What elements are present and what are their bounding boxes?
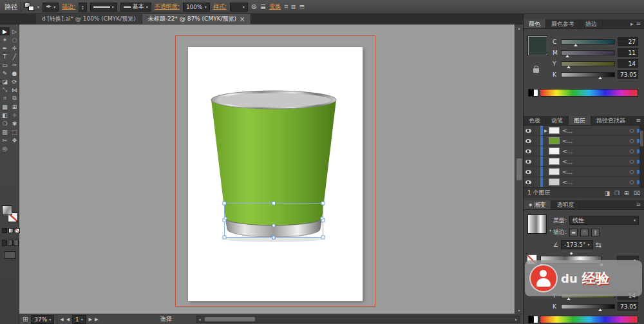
lock-toggle[interactable] bbox=[533, 136, 540, 146]
brush-definition-select[interactable]: 基本▾ bbox=[120, 3, 151, 12]
fill-color-swatch[interactable] bbox=[2, 205, 12, 215]
stroke-gradient-across-button[interactable]: ∥ bbox=[591, 229, 600, 236]
artboard-tool[interactable]: ⬚ bbox=[10, 128, 19, 136]
gradient-midpoint-icon[interactable]: ◆ bbox=[570, 251, 573, 255]
slider-thumb[interactable] bbox=[598, 309, 602, 311]
column-graph-tool[interactable]: ▥ bbox=[0, 128, 10, 136]
layer-thumbnail[interactable] bbox=[549, 178, 560, 186]
type-tool[interactable]: T bbox=[0, 52, 10, 61]
mesh-tool[interactable]: ⊞ bbox=[10, 102, 19, 111]
eyedropper-tool[interactable]: ✧ bbox=[10, 111, 19, 119]
slider-thumb[interactable] bbox=[574, 44, 578, 46]
color-spectrum-bar[interactable] bbox=[540, 316, 638, 323]
stroke-gradient-within-button[interactable]: ▬ bbox=[569, 229, 578, 236]
direct-selection-tool[interactable]: ▷ bbox=[10, 27, 19, 35]
panel-menu-icon[interactable]: ≡ bbox=[636, 117, 641, 124]
layer-row[interactable]: ▶ <... ○ bbox=[524, 126, 644, 136]
channel-value-input[interactable]: 73.05 bbox=[618, 302, 638, 310]
channel-value-input[interactable]: 14 bbox=[618, 59, 638, 68]
panel-menu-icon[interactable]: ≡ bbox=[636, 202, 641, 208]
delete-layer-icon[interactable]: ⌧ bbox=[634, 190, 640, 196]
lock-icon[interactable] bbox=[533, 68, 539, 73]
color-spectrum-bar[interactable] bbox=[540, 89, 638, 97]
draw-normal-button[interactable] bbox=[2, 240, 7, 246]
lock-toggle[interactable] bbox=[533, 146, 540, 156]
magic-wand-tool[interactable]: ✶ bbox=[0, 35, 10, 44]
layer-row[interactable]: <... ○ bbox=[524, 167, 644, 177]
horizontal-scroll-thumb[interactable] bbox=[205, 317, 255, 321]
target-icon[interactable]: ○ bbox=[628, 158, 636, 164]
layer-row[interactable]: <... ○ bbox=[524, 157, 644, 167]
vertical-scrollbar[interactable]: ▴ ▾ bbox=[515, 24, 523, 314]
style-select[interactable]: ▾ bbox=[230, 3, 248, 12]
rotate-tool[interactable]: ⟳ bbox=[10, 77, 19, 86]
first-artboard-icon[interactable]: ◀ bbox=[60, 317, 63, 322]
grid-icon[interactable]: ⊞ bbox=[23, 315, 28, 323]
zoom-select[interactable]: 37%▾ bbox=[31, 315, 54, 324]
target-icon[interactable]: ○ bbox=[628, 138, 636, 144]
layer-thumbnail[interactable] bbox=[549, 158, 560, 165]
selection-tool[interactable]: ▶ bbox=[0, 27, 10, 35]
canvas[interactable]: ▴ ▾ ⊞ 37%▾ ◀ ◀ 1▾ ▶ ▶ 选择 ◂ ▸ bbox=[19, 24, 523, 324]
layer-thumbnail[interactable] bbox=[549, 148, 560, 155]
artboard[interactable] bbox=[188, 47, 363, 301]
slice-tool[interactable]: ✂ bbox=[0, 136, 10, 144]
blend-tool[interactable]: ❍ bbox=[0, 119, 10, 128]
bucket-artwork[interactable] bbox=[188, 47, 363, 301]
scroll-right-icon[interactable]: ▸ bbox=[515, 317, 517, 321]
black-swatch[interactable] bbox=[528, 89, 533, 97]
gradient-type-select[interactable]: 线性▾ bbox=[569, 216, 639, 225]
spinner-icon[interactable]: ▴▾ bbox=[82, 5, 84, 10]
chevron-down-icon[interactable]: ▾ bbox=[549, 229, 551, 233]
color-slider[interactable] bbox=[561, 304, 615, 309]
make-clipping-mask-icon[interactable]: ◨ bbox=[604, 190, 610, 196]
horizontal-scrollbar[interactable]: ◂ ▸ bbox=[196, 316, 520, 323]
visibility-toggle[interactable] bbox=[524, 126, 533, 135]
layer-thumbnail[interactable] bbox=[549, 127, 560, 134]
symbols-icon[interactable]: ⧈ bbox=[291, 3, 296, 11]
style-link[interactable]: 样式: bbox=[213, 3, 227, 11]
layer-row[interactable]: <... ○ bbox=[524, 177, 644, 187]
artboard-number-select[interactable]: 1▾ bbox=[72, 315, 86, 324]
gradient-angle-input[interactable]: -173.5°▾ bbox=[561, 240, 593, 249]
gradient-tool[interactable]: ◧ bbox=[0, 111, 10, 119]
layer-row[interactable]: <... ○ bbox=[524, 136, 644, 146]
scale-tool[interactable]: ⤡ bbox=[0, 86, 10, 94]
layer-thumbnail[interactable] bbox=[549, 137, 560, 144]
color-slider[interactable] bbox=[561, 50, 615, 55]
draw-behind-button[interactable] bbox=[8, 240, 13, 246]
tab-gradient[interactable]: ◆渐变 bbox=[524, 200, 551, 209]
scroll-down-icon[interactable]: ▾ bbox=[518, 308, 520, 312]
panel-menu-icon[interactable]: ≡ bbox=[299, 3, 305, 11]
lock-toggle[interactable] bbox=[533, 167, 540, 176]
layers-scrollbar[interactable] bbox=[639, 126, 644, 187]
screen-mode-button[interactable] bbox=[4, 251, 15, 259]
slider-thumb[interactable] bbox=[567, 298, 571, 300]
stroke-link[interactable]: 描边: bbox=[62, 3, 75, 11]
slider-thumb[interactable] bbox=[565, 55, 569, 57]
channel-value-input[interactable]: 11 bbox=[618, 48, 638, 57]
tab-brushes[interactable]: 画笔 bbox=[546, 116, 569, 125]
layer-row[interactable]: <... ○ bbox=[524, 146, 644, 157]
color-slider[interactable] bbox=[561, 72, 615, 77]
tab-stroke[interactable]: 描边 bbox=[580, 19, 603, 28]
paintbrush-tool[interactable]: ✑ bbox=[10, 61, 19, 69]
black-swatch[interactable] bbox=[528, 316, 533, 323]
perspective-grid-tool[interactable]: ▦ bbox=[0, 102, 10, 111]
gradient-button[interactable] bbox=[8, 228, 14, 233]
visibility-toggle[interactable] bbox=[524, 146, 533, 156]
pen-tool[interactable]: ✒ bbox=[0, 44, 10, 52]
color-slider[interactable] bbox=[561, 61, 615, 66]
chevron-down-icon[interactable]: ▾ bbox=[37, 5, 39, 9]
color-button[interactable] bbox=[2, 228, 7, 233]
eraser-tool[interactable]: ◪ bbox=[0, 77, 10, 86]
layer-label[interactable]: <... bbox=[562, 169, 628, 175]
none-button[interactable] bbox=[15, 228, 20, 233]
document-tab[interactable]: d [转换].ai* @ 100% (CMYK/预览) bbox=[36, 14, 142, 24]
visibility-toggle[interactable] bbox=[524, 136, 533, 146]
target-icon[interactable]: ○ bbox=[628, 148, 636, 154]
layer-label[interactable]: <... bbox=[562, 158, 628, 165]
layer-label[interactable]: <... bbox=[562, 128, 628, 134]
last-artboard-icon[interactable]: ▶ bbox=[95, 317, 98, 322]
blob-brush-tool[interactable]: ● bbox=[10, 69, 19, 77]
